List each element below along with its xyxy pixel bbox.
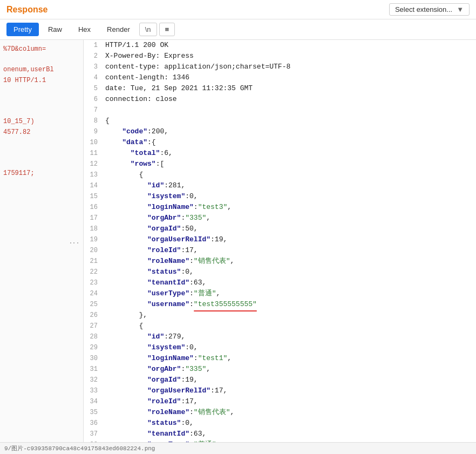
line-number: 34 (84, 396, 103, 407)
line-number: 12 (84, 159, 103, 170)
sidebar-line: 10_15_7) (3, 117, 80, 127)
sidebar-line: onenum,userBl (3, 65, 80, 75)
line-number: 28 (84, 331, 103, 342)
line-number: 24 (84, 288, 103, 299)
code-line-1: 1 HTTP/1.1 200 OK (84, 40, 476, 51)
line-content: "roleId":17, (103, 396, 476, 407)
code-line-36: 36 "status":0, (84, 418, 476, 429)
status-text: 9/图片-c939358790ca48c49175843ed6082224.pn… (4, 444, 155, 452)
line-number: 7 (84, 105, 103, 116)
menu-button[interactable]: ≡ (159, 23, 175, 36)
line-number: 11 (84, 148, 103, 159)
line-number: 29 (84, 342, 103, 353)
line-number: 17 (84, 213, 103, 223)
line-content: "orgAbr":"335", (103, 364, 476, 375)
left-sidebar: %7D&column= onenum,userBl 10 HTTP/1.1 10… (0, 40, 84, 445)
line-number: 26 (84, 310, 103, 321)
response-toolbar: Pretty Raw Hex Render \n ≡ (0, 19, 476, 40)
line-content: "orgAbr":"335", (103, 213, 476, 223)
line-number: 5 (84, 83, 103, 94)
line-number: 1 (84, 40, 103, 51)
line-content: }, (103, 310, 476, 321)
line-content: { (103, 321, 476, 331)
tab-hex[interactable]: Hex (71, 23, 98, 36)
line-number: 10 (84, 137, 103, 148)
code-line-33: 33 "orgaUserRelId":17, (84, 385, 476, 396)
line-content: "status":0, (103, 267, 476, 277)
code-line-18: 18 "orgaId":50, (84, 223, 476, 234)
code-line-14: 14 "id":281, (84, 180, 476, 191)
code-line-12: 12 "rows":[ (84, 159, 476, 170)
line-content: "userType":"普通", (103, 288, 476, 299)
line-content: HTTP/1.1 200 OK (103, 40, 476, 51)
tab-pretty[interactable]: Pretty (6, 23, 39, 36)
line-content: "data":{ (103, 137, 476, 148)
code-line-35: 35 "roleName":"销售代表", (84, 407, 476, 418)
line-content: "total":6, (103, 148, 476, 159)
response-header: Response Select extension... ▼ (0, 0, 476, 19)
line-number: 3 (84, 62, 103, 72)
line-content: "roleId":17, (103, 245, 476, 256)
code-line-8: 8 { (84, 116, 476, 126)
line-number: 4 (84, 72, 103, 83)
hamburger-icon: ≡ (165, 25, 169, 33)
line-number: 21 (84, 256, 103, 267)
line-number: 32 (84, 375, 103, 385)
newline-button[interactable]: \n (139, 23, 157, 36)
code-line-27: 27 { (84, 321, 476, 331)
sidebar-line: 1759117; (3, 168, 80, 179)
sidebar-line (3, 148, 80, 158)
line-content: "tenantId":63, (103, 277, 476, 288)
tab-render[interactable]: Render (100, 23, 137, 36)
sidebar-line (3, 158, 80, 168)
code-line-6: 6 connection: close (84, 94, 476, 105)
select-extension-button[interactable]: Select extension... ▼ (389, 3, 470, 16)
line-content: "orgaUserRelId":17, (103, 385, 476, 396)
code-line-20: 20 "roleId":17, (84, 245, 476, 256)
line-content: content-type: application/json;charset=U… (103, 62, 476, 72)
select-extension-label: Select extension... (395, 5, 452, 13)
code-line-34: 34 "roleId":17, (84, 396, 476, 407)
line-number: 33 (84, 385, 103, 396)
line-content: X-Powered-By: Express (103, 51, 476, 62)
line-content: "isystem":0, (103, 191, 476, 202)
sidebar-line (3, 106, 80, 117)
line-content: content-length: 1346 (103, 72, 476, 83)
username-value: "test355555555" (194, 299, 257, 310)
line-content: "loginName":"test1", (103, 353, 476, 364)
line-content: { (103, 170, 476, 180)
code-line-3: 3 content-type: application/json;charset… (84, 62, 476, 72)
code-line-30: 30 "loginName":"test1", (84, 353, 476, 364)
line-content: "code":200, (103, 126, 476, 137)
code-line-11: 11 "total":6, (84, 148, 476, 159)
code-line-21: 21 "roleName":"销售代表", (84, 256, 476, 267)
red-underline (194, 310, 257, 311)
line-content: "loginName":"test3", (103, 202, 476, 213)
code-line-17: 17 "orgAbr":"335", (84, 213, 476, 223)
code-line-2: 2 X-Powered-By: Express (84, 51, 476, 62)
code-panel[interactable]: 1 HTTP/1.1 200 OK 2 X-Powered-By: Expres… (84, 40, 476, 445)
sidebar-line: 4577.82 (3, 127, 80, 138)
line-content: { (103, 116, 476, 126)
code-line-19: 19 "orgaUserRelId":19, (84, 234, 476, 245)
line-number: 15 (84, 191, 103, 202)
code-line-22: 22 "status":0, (84, 267, 476, 277)
line-number: 16 (84, 202, 103, 213)
code-line-5: 5 date: Tue, 21 Sep 2021 11:32:35 GMT (84, 83, 476, 94)
code-line-23: 23 "tenantId":63, (84, 277, 476, 288)
code-line-15: 15 "isystem":0, (84, 191, 476, 202)
main-container: %7D&column= onenum,userBl 10 HTTP/1.1 10… (0, 40, 476, 445)
line-content: "orgaId":50, (103, 223, 476, 234)
line-number: 23 (84, 277, 103, 288)
line-number: 30 (84, 353, 103, 364)
line-content: "orgaUserRelId":19, (103, 234, 476, 245)
line-content: date: Tue, 21 Sep 2021 11:32:35 GMT (103, 83, 476, 94)
code-line-32: 32 "orgaId":19, (84, 375, 476, 385)
line-content: "roleName":"销售代表", (103, 407, 476, 418)
line-content: "username":"test355555555" (103, 299, 476, 310)
line-content: "id":281, (103, 180, 476, 191)
line-number: 36 (84, 418, 103, 429)
tab-raw[interactable]: Raw (41, 23, 69, 36)
line-number: 31 (84, 364, 103, 375)
line-number: 8 (84, 116, 103, 126)
